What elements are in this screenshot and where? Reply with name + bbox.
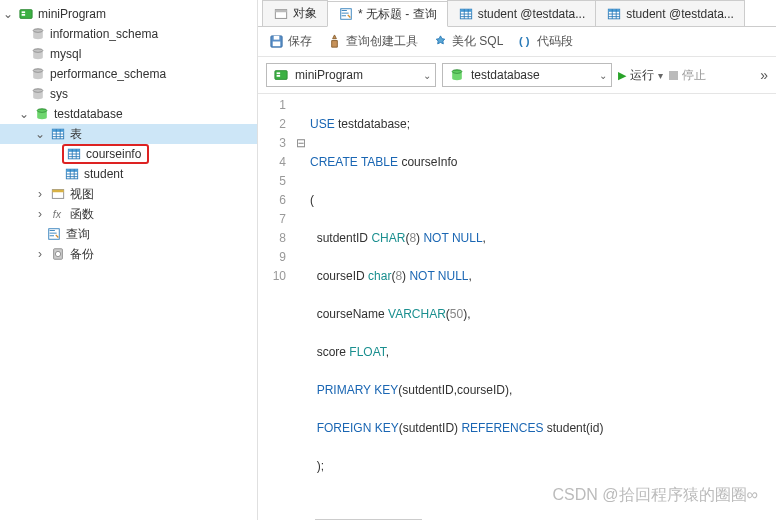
svg-rect-1 xyxy=(22,11,26,13)
svg-rect-47 xyxy=(609,9,620,12)
database-icon xyxy=(34,106,50,122)
tree-label: 备份 xyxy=(70,246,94,263)
tree-label: information_schema xyxy=(50,27,158,41)
chevron-down-icon: ⌄ xyxy=(599,70,607,81)
tree-db[interactable]: information_schema xyxy=(0,24,257,44)
tree-tables-node[interactable]: ⌄表 xyxy=(0,124,257,144)
chevron-right-icon[interactable]: › xyxy=(34,187,46,201)
svg-rect-32 xyxy=(52,190,63,193)
tree-label: student xyxy=(84,167,123,181)
tree-views[interactable]: ›视图 xyxy=(0,184,257,204)
svg-rect-57 xyxy=(277,72,281,74)
tree-connection[interactable]: ⌄ miniProgram xyxy=(0,4,257,24)
tree-functions[interactable]: ›fx函数 xyxy=(0,204,257,224)
table-icon xyxy=(50,126,66,142)
database-icon xyxy=(30,26,46,42)
tree-table-student[interactable]: student xyxy=(0,164,257,184)
query-builder-button[interactable]: 查询创建工具 xyxy=(326,33,418,50)
chevron-down-icon[interactable]: ⌄ xyxy=(34,127,46,141)
snippet-icon: ( ) xyxy=(517,34,533,50)
connection-icon xyxy=(273,67,289,83)
tab-student2[interactable]: student @testdata... xyxy=(595,0,745,26)
tree-label: performance_schema xyxy=(50,67,166,81)
save-icon xyxy=(268,34,284,50)
backup-icon xyxy=(50,246,66,262)
fx-icon: fx xyxy=(50,206,66,222)
svg-rect-38 xyxy=(275,9,286,12)
chevron-down-icon[interactable]: ⌄ xyxy=(18,107,30,121)
svg-rect-54 xyxy=(272,42,280,47)
tab-label: student @testdata... xyxy=(626,7,734,21)
svg-rect-20 xyxy=(68,149,79,152)
highlight-box: courseinfo xyxy=(62,144,149,164)
tab-label: student @testdata... xyxy=(478,7,586,21)
table-icon xyxy=(606,6,622,22)
tree-label: courseinfo xyxy=(86,147,141,161)
view-icon xyxy=(50,186,66,202)
chevron-down-icon: ⌄ xyxy=(423,70,431,81)
svg-rect-2 xyxy=(22,14,26,16)
tree-label: 表 xyxy=(70,126,82,143)
tree-db[interactable]: sys xyxy=(0,84,257,104)
svg-rect-53 xyxy=(273,36,279,40)
table-icon xyxy=(66,146,82,162)
tab-query[interactable]: * 无标题 - 查询 xyxy=(327,1,448,27)
tree-label: 函数 xyxy=(70,206,94,223)
svg-rect-14 xyxy=(52,129,63,132)
toolbar: 保存 查询创建工具 美化 SQL ( )代码段 xyxy=(258,27,776,57)
query-icon xyxy=(46,226,62,242)
tree-label: 查询 xyxy=(66,226,90,243)
beautify-sql-button[interactable]: 美化 SQL xyxy=(432,33,503,50)
tree-label: 视图 xyxy=(70,186,94,203)
chevron-right-icon[interactable]: › xyxy=(34,247,46,261)
stop-icon xyxy=(669,71,678,80)
fold-gutter[interactable]: ⊟ xyxy=(296,96,310,514)
tab-label: * 无标题 - 查询 xyxy=(358,6,437,23)
svg-rect-58 xyxy=(277,75,281,77)
tree-db[interactable]: performance_schema xyxy=(0,64,257,84)
svg-text:fx: fx xyxy=(53,208,62,220)
connection-icon xyxy=(18,6,34,22)
tree-label: testdatabase xyxy=(54,107,123,121)
database-combo[interactable]: testdatabase ⌄ xyxy=(442,63,612,87)
overflow-menu[interactable]: » xyxy=(760,67,768,83)
tree-db-open[interactable]: ⌄testdatabase xyxy=(0,104,257,124)
svg-rect-41 xyxy=(460,9,471,12)
snippet-button[interactable]: ( )代码段 xyxy=(517,33,573,50)
main-area: 对象 * 无标题 - 查询 student @testdata... stude… xyxy=(258,0,776,520)
tree-queries[interactable]: 查询 xyxy=(0,224,257,244)
table-icon xyxy=(458,6,474,22)
play-icon: ▶ xyxy=(618,69,626,82)
connection-row: miniProgram ⌄ testdatabase ⌄ ▶ 运行 ▾ 停止 » xyxy=(258,57,776,94)
query-icon xyxy=(338,6,354,22)
database-icon xyxy=(30,46,46,62)
tree-label: mysql xyxy=(50,47,81,61)
svg-rect-26 xyxy=(66,169,77,172)
stop-button: 停止 xyxy=(669,67,706,84)
top-tabs: 对象 * 无标题 - 查询 student @testdata... stude… xyxy=(258,0,776,27)
tree-backup[interactable]: ›备份 xyxy=(0,244,257,264)
beautify-icon xyxy=(432,34,448,50)
database-icon xyxy=(30,86,46,102)
tree-db[interactable]: mysql xyxy=(0,44,257,64)
table-icon xyxy=(64,166,80,182)
connection-combo[interactable]: miniProgram ⌄ xyxy=(266,63,436,87)
save-button[interactable]: 保存 xyxy=(268,33,312,50)
sidebar: ⌄ miniProgram information_schema mysql p… xyxy=(0,0,258,520)
chevron-down-icon[interactable]: ▾ xyxy=(658,70,663,81)
chevron-down-icon[interactable]: ⌄ xyxy=(2,7,14,21)
svg-point-36 xyxy=(55,251,60,256)
tree-label: sys xyxy=(50,87,68,101)
svg-text:( ): ( ) xyxy=(519,35,530,47)
run-button[interactable]: ▶ 运行 ▾ xyxy=(618,67,663,84)
object-icon xyxy=(273,6,289,22)
code-area[interactable]: USE testdatabase; CREATE TABLE courseInf… xyxy=(310,96,776,514)
tab-label: 对象 xyxy=(293,5,317,22)
database-icon xyxy=(449,67,465,83)
tab-objects[interactable]: 对象 xyxy=(262,0,328,26)
sql-editor[interactable]: 12345678910 ⊟ USE testdatabase; CREATE T… xyxy=(258,94,776,520)
tree-table-courseinfo[interactable]: courseinfo xyxy=(0,144,257,164)
chevron-right-icon[interactable]: › xyxy=(34,207,46,221)
database-icon xyxy=(30,66,46,82)
tab-student1[interactable]: student @testdata... xyxy=(447,0,597,26)
